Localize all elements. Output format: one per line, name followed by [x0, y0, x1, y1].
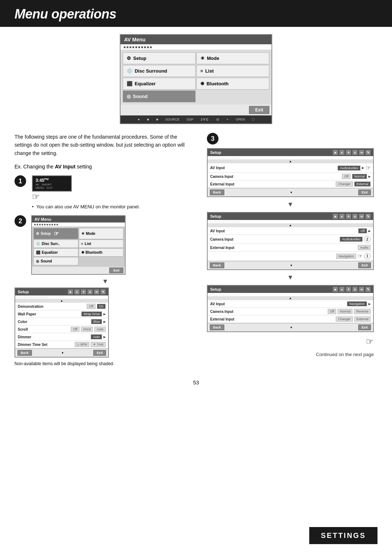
sound-icon2: ◎ — [36, 259, 39, 263]
step2-av-menu: AV Menu ■■■■■■■■■■ ⚙Setup ☞ ☀Mode 💿 — [31, 215, 126, 275]
eq-icon2: ⬛ — [36, 250, 40, 254]
step1-circle: 1 — [15, 175, 26, 187]
page-number: 53 — [15, 379, 377, 385]
av-menu-exit-row: Exit — [121, 105, 271, 115]
rp3-camerainput: Camera Input Off Normal Reverse — [208, 308, 373, 315]
step1-note: • You can also use AV MENU on the monito… — [32, 204, 140, 209]
av-menu-item-disc[interactable]: 💿 Disc Surround — [123, 65, 196, 77]
sound-icon: ◎ — [127, 94, 131, 99]
rp2-exit[interactable]: Exit — [358, 262, 371, 268]
step2-eq[interactable]: ⬛Equalizer — [33, 248, 78, 257]
rp2-camerainput: Camera Input Audio&video 2 — [208, 235, 373, 244]
step2-circle: 2 — [15, 215, 26, 227]
setup-back-btn[interactable]: Back — [17, 350, 32, 356]
step1-time: 3:45PM — [36, 177, 68, 183]
setup-icon: ⚙ — [127, 56, 131, 61]
setup-bottom-bar: Back ▼ Exit — [15, 348, 108, 357]
ex-text: Ex. Changing the AV Input setting — [15, 164, 196, 170]
step2-list[interactable]: ≡List — [79, 240, 124, 248]
equalizer-icon: ⬛ — [127, 81, 132, 86]
color-val: Blue — [91, 319, 102, 324]
setup-icon2: ⚙ — [36, 232, 39, 236]
settings-footer: SETTINGS — [309, 527, 377, 544]
step1-container: 1 3:45PM AV SHORT MENU CUT ☞ — [15, 175, 196, 209]
intro-text: The following steps are one of the funda… — [15, 133, 196, 157]
setup-row-dimmertime: Dimmer Time Set ▷ 6PM ☀ 7AM — [15, 341, 108, 348]
step2-exit-btn[interactable]: Exit — [109, 268, 123, 273]
right-panel-2: Setup ■ ● ✦ A ⇔ ✎ - - - - - - - - - - - … — [207, 212, 374, 270]
icon-box-1: ■ — [68, 289, 73, 294]
hand-cursor-icon: ☞ — [32, 192, 40, 202]
icon-box-2: ● — [74, 289, 79, 294]
rp2-extinput: External Input Audio — [208, 244, 373, 252]
setup-exit-btn[interactable]: Exit — [93, 350, 106, 356]
right-panel-1: Setup ■ ● ✦ A ⇔ ✎ - - - - - - - - - - - … — [207, 148, 374, 197]
av-menu-item-equalizer[interactable]: ⬛ Equalizer — [123, 78, 196, 90]
av-menu-item-bluetooth[interactable]: ❋ Bluetooth — [196, 78, 269, 90]
main-content: AV Menu ■■■■■■■■■■ ⚙ Setup ☀ Mode 💿 — [0, 34, 392, 400]
disc-icon: 💿 — [127, 68, 132, 74]
av-menu-item-mode[interactable]: ☀ Mode — [196, 52, 269, 64]
rp1-exit[interactable]: Exit — [358, 189, 371, 195]
step2-bt[interactable]: ❋Bluetooth — [79, 248, 124, 257]
step2-sound[interactable]: ◎Sound — [33, 257, 78, 265]
step2-setup-titlebar: Setup ■ ● ✦ A ⇔ ✎ — [15, 288, 108, 295]
setup-row-demo: Demonstration Off On — [15, 303, 108, 310]
icon-box-4: A — [87, 289, 93, 294]
step2-header: 2 AV Menu ■■■■■■■■■■ ⚙Setup ☞ ☀Mode — [15, 215, 196, 275]
list-icon2: ≡ — [81, 242, 83, 246]
right-column: 3 Setup ■ ● ✦ A ⇔ ✎ — [207, 133, 374, 372]
hand-icon-rp1: ☞ — [366, 164, 371, 171]
av-menu-box: AV Menu ■■■■■■■■■■ ⚙ Setup ☀ Mode 💿 — [120, 34, 272, 124]
step2-container: 2 AV Menu ■■■■■■■■■■ ⚙Setup ☞ ☀Mode — [15, 215, 196, 367]
setup-row-dimmer: Dimmer Auto ▶ — [15, 333, 108, 341]
setup-row-color: Color Blue ▶ — [15, 318, 108, 326]
jvc-logo: JVC — [201, 118, 209, 121]
disc-icon2: 💿 — [36, 242, 40, 246]
statusbar: ● ■ ■ SOURCE DSP JVC ⊟ + OPEN □ — [121, 115, 271, 123]
list-icon: ≡ — [200, 68, 203, 74]
wallpaper-val: Wrap Drive — [81, 311, 102, 317]
rp2-titlebar: Setup ■ ● ✦ A ⇔ ✎ — [208, 213, 373, 220]
continued-text: Continued on the next page — [207, 352, 374, 357]
step2-setup[interactable]: ⚙Setup ☞ — [33, 228, 78, 239]
mode-icon: ☀ — [200, 56, 205, 61]
step1-screen: 3:45PM AV SHORT MENU CUT — [32, 175, 72, 192]
step1-labels2: MENU CUT — [36, 186, 68, 189]
rp2-back[interactable]: Back — [210, 262, 224, 268]
rp1-avinput: AV Input Audio&video ▶ ☞ — [208, 163, 373, 173]
rp3-exit[interactable]: Exit — [358, 325, 371, 330]
setup-row-wallpaper: Wall Paper Wrap Drive ▶ — [15, 310, 108, 318]
rp2-navigation-row: Navigation ☞ 1 — [208, 252, 373, 261]
av-menu-dots: ■■■■■■■■■■ — [121, 44, 271, 50]
rp3-back[interactable]: Back — [210, 325, 224, 330]
dimtime-6pm: ▷ 6PM — [75, 342, 89, 347]
rp3-titlebar: Setup ■ ● ✦ A ⇔ ✎ — [208, 286, 373, 293]
step1-labels: AV SHORT — [36, 183, 68, 186]
rp1-icons: ■ ● ✦ A ⇔ ✎ — [333, 150, 371, 155]
icon-box-3: ✦ — [81, 289, 86, 294]
icon-box-5: ⇔ — [94, 289, 99, 294]
av-menu-item-setup[interactable]: ⚙ Setup — [123, 52, 196, 64]
non-available-note: Non-available items will be displayed be… — [15, 360, 196, 367]
step2-disc[interactable]: 💿Disc Surr.. — [33, 240, 78, 248]
av-menu-item-list[interactable]: ≡ List — [196, 65, 269, 77]
arrow-down-1: ▼ — [15, 278, 196, 285]
step2-mode[interactable]: ☀Mode — [79, 228, 124, 239]
scroll-off: Off — [71, 327, 79, 332]
page-title: Menu operations — [15, 7, 377, 22]
left-column: The following steps are one of the funda… — [15, 133, 196, 372]
body-columns: The following steps are one of the funda… — [15, 133, 377, 372]
av-menu-exit-button[interactable]: Exit — [249, 106, 269, 114]
hand-icon-setup: ☞ — [54, 230, 59, 237]
step2-av-title: AV Menu — [32, 216, 125, 223]
av-menu-grid: ⚙ Setup ☀ Mode 💿 Disc Surround ≡ List — [121, 50, 271, 105]
step1-content: 3:45PM AV SHORT MENU CUT ☞ • You can als… — [32, 175, 140, 209]
step2-setup-panel: Setup ■ ● ✦ A ⇔ ✎ - - - - - - - - - - - … — [15, 287, 109, 358]
hand-icon-rp2: ☞ — [358, 253, 363, 260]
scroll-once: Once — [81, 327, 93, 332]
step3-circle: 3 — [207, 133, 219, 144]
rp1-back[interactable]: Back — [210, 189, 224, 195]
av-menu-item-sound[interactable]: ◎ Sound — [123, 90, 196, 102]
rp3-avinput: AV Input Navigation ▶ — [208, 300, 373, 308]
